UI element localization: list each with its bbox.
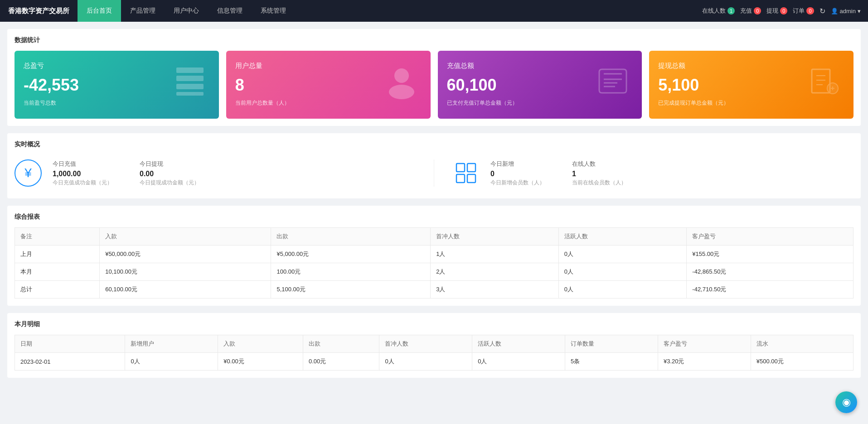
table-row: 本月 10,100.00元 100.00元 2人 0人 -42,865.50元	[15, 263, 853, 281]
today-new-sub: 今日新增会员数（人）	[490, 179, 545, 187]
nav-item-users[interactable]: 用户中心	[165, 0, 208, 22]
col-orders: 订单数量	[565, 335, 658, 353]
today-withdraw-sub: 今日提现成功金额（元）	[140, 179, 199, 187]
svg-rect-10	[456, 174, 465, 183]
brand: 香港数字资产交易所	[0, 0, 78, 22]
withdraw-badge: 0	[780, 7, 787, 14]
cell-first: 1人	[431, 246, 559, 263]
withdraw-item[interactable]: 提现 0	[766, 7, 787, 15]
svg-rect-1	[176, 76, 204, 81]
report-section: 综合报表 备注 入款 出款 首冲人数 活跃人数 客户盈亏 上月 ¥50,000.…	[7, 206, 861, 306]
stat-card-recharge: 充值总额 60,100 已支付充值订单总金额（元）	[438, 51, 642, 119]
cell-income: 60,100.00元	[100, 281, 271, 299]
col-income: 入款	[100, 228, 271, 246]
svg-point-5	[389, 85, 414, 99]
online-badge: 1	[727, 7, 735, 14]
today-new-label: 今日新增	[490, 160, 545, 168]
col-outcome2: 出款	[303, 335, 379, 353]
cell-outcome: 100.00元	[271, 263, 431, 281]
cell-note: 上月	[15, 246, 100, 263]
nav-item-system[interactable]: 系统管理	[252, 0, 295, 22]
order-item[interactable]: 订单 0	[793, 7, 814, 15]
report-table: 备注 入款 出款 首冲人数 活跃人数 客户盈亏 上月 ¥50,000.00元 ¥…	[15, 227, 853, 299]
cell-first: 0人	[379, 353, 472, 371]
cell-active: 0人	[558, 263, 687, 281]
online-count-metric: 在线人数 1 当前在线会员数（人）	[572, 160, 626, 187]
user-name: admin	[840, 8, 856, 14]
stats-title: 数据统计	[15, 36, 853, 44]
online-count-item[interactable]: 在线人数 1	[702, 7, 735, 15]
col-new-users: 新增用户	[125, 335, 218, 353]
stat-users-icon	[383, 63, 420, 106]
realtime-section: 实时概况 ¥ 今日充值 1,000.00 今日充值成功金额（元） 今日提现 0.…	[7, 133, 861, 198]
svg-point-4	[394, 68, 409, 83]
main-content: 数据统计 总盈亏 -42,553 当前盈亏总数 用户总量 8 当	[0, 22, 868, 392]
cell-income: ¥50,000.00元	[100, 246, 271, 263]
col-profit2: 客户盈亏	[658, 335, 751, 353]
cell-outcome: 0.00元	[303, 353, 379, 371]
table-row: 2023-02-01 0人 ¥0.00元 0.00元 0人 0人 5条 ¥3.2…	[15, 353, 853, 371]
col-profit: 客户盈亏	[687, 228, 853, 246]
online-label: 在线人数	[702, 7, 726, 15]
nav-menu: 后台首页 产品管理 用户中心 信息管理 系统管理	[78, 0, 702, 22]
today-new-metric: 今日新增 0 今日新增会员数（人）	[490, 160, 545, 187]
online-count-sub: 当前在线会员数（人）	[572, 179, 626, 187]
cell-date: 2023-02-01	[15, 353, 125, 371]
cell-active: 0人	[472, 353, 565, 371]
cell-active: 0人	[558, 246, 687, 263]
svg-rect-9	[467, 164, 475, 172]
today-recharge-sub: 今日充值成功金额（元）	[53, 179, 112, 187]
col-flow: 流水	[751, 335, 853, 353]
withdraw-label: 提现	[766, 7, 778, 15]
col-first2: 首冲人数	[379, 335, 472, 353]
cell-profit: -42,710.50元	[687, 281, 853, 299]
cell-active: 0人	[558, 281, 687, 299]
order-label: 订单	[793, 7, 805, 15]
stats-section: 数据统计 总盈亏 -42,553 当前盈亏总数 用户总量 8 当	[7, 29, 861, 126]
cell-outcome: ¥5,000.00元	[271, 246, 431, 263]
recharge-item[interactable]: 充值 0	[740, 7, 761, 15]
stat-card-profit: 总盈亏 -42,553 当前盈亏总数	[15, 51, 219, 119]
cell-flow: ¥500.00元	[751, 353, 853, 371]
user-menu[interactable]: 👤 admin ▾	[831, 8, 861, 14]
nav-item-products[interactable]: 产品管理	[121, 0, 165, 22]
col-income2: 入款	[218, 335, 303, 353]
col-date: 日期	[15, 335, 125, 353]
realtime-left: ¥ 今日充值 1,000.00 今日充值成功金额（元） 今日提现 0.00 今日…	[15, 159, 416, 187]
stat-withdraw-icon	[806, 63, 843, 106]
nav-item-info[interactable]: 信息管理	[208, 0, 252, 22]
today-withdraw-metric: 今日提现 0.00 今日提现成功金额（元）	[140, 160, 199, 187]
realtime-right: 今日新增 0 今日新增会员数（人） 在线人数 1 当前在线会员数（人）	[452, 159, 853, 187]
col-outcome: 出款	[271, 228, 431, 246]
users-grid-icon	[452, 159, 480, 187]
nav-item-home[interactable]: 后台首页	[78, 0, 121, 22]
today-recharge-label: 今日充值	[53, 160, 112, 168]
refresh-icon[interactable]: ↻	[820, 7, 825, 15]
table-row: 总计 60,100.00元 5,100.00元 3人 0人 -42,710.50…	[15, 281, 853, 299]
user-icon: 👤	[831, 8, 838, 14]
report-header-row: 备注 入款 出款 首冲人数 活跃人数 客户盈亏	[15, 228, 853, 246]
cell-profit: ¥3.20元	[658, 353, 751, 371]
stat-card-withdraw: 提现总额 5,100 已完成提现订单总金额（元）	[649, 51, 853, 119]
today-withdraw-value: 0.00	[140, 170, 199, 178]
detail-title: 本月明细	[15, 320, 853, 328]
svg-rect-11	[467, 174, 475, 183]
nav-right: 在线人数 1 充值 0 提现 0 订单 0 ↻ 👤 admin ▾	[702, 7, 868, 15]
realtime-metrics-left: 今日充值 1,000.00 今日充值成功金额（元） 今日提现 0.00 今日提现…	[53, 160, 199, 187]
col-first: 首冲人数	[431, 228, 559, 246]
stat-card-users: 用户总量 8 当前用户总数量（人）	[226, 51, 431, 119]
today-withdraw-label: 今日提现	[140, 160, 199, 168]
cell-income: ¥0.00元	[218, 353, 303, 371]
realtime-metrics-right: 今日新增 0 今日新增会员数（人） 在线人数 1 当前在线会员数（人）	[490, 160, 626, 187]
cell-note: 总计	[15, 281, 100, 299]
cell-outcome: 5,100.00元	[271, 281, 431, 299]
recharge-badge: 0	[754, 7, 761, 14]
detail-header-row: 日期 新增用户 入款 出款 首冲人数 活跃人数 订单数量 客户盈亏 流水	[15, 335, 853, 353]
svg-rect-2	[176, 84, 204, 89]
svg-rect-8	[456, 164, 465, 172]
stat-recharge-icon	[595, 63, 631, 106]
cell-new-users: 0人	[125, 353, 218, 371]
online-count-label: 在线人数	[572, 160, 626, 168]
yen-icon: ¥	[15, 159, 42, 187]
svg-rect-0	[176, 67, 204, 73]
